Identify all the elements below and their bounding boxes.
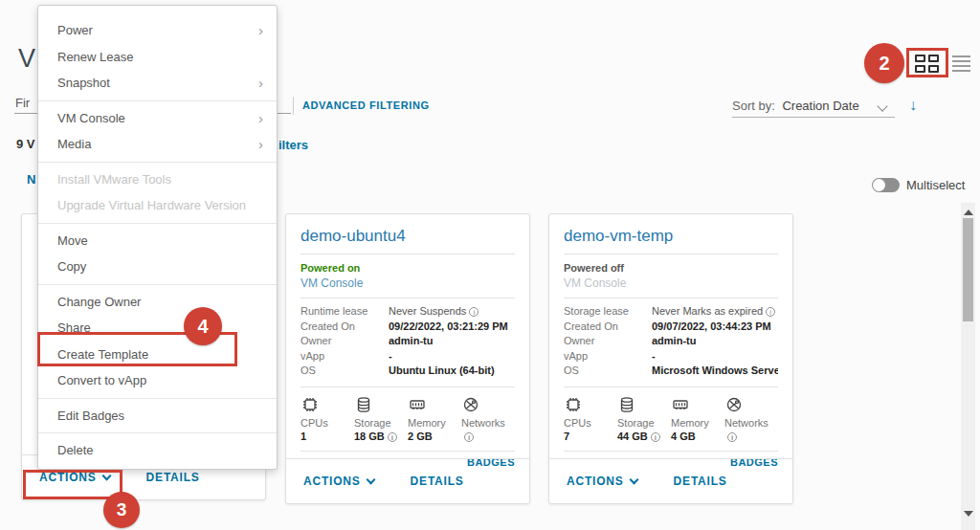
- resource-memory: Memory 4 GB: [671, 395, 724, 443]
- details-button[interactable]: DETAILS: [146, 471, 200, 484]
- multiselect-label: Multiselect: [906, 178, 965, 192]
- sort-by-dropdown[interactable]: Sort by: Creation Date: [732, 99, 924, 118]
- scrollbar-down-icon[interactable]: [964, 511, 973, 517]
- vm-count-text: 9 V: [16, 137, 35, 151]
- annotation-step-3: 3: [103, 492, 140, 528]
- networks-icon: [724, 395, 778, 415]
- scrollbar-thumb[interactable]: [963, 218, 973, 321]
- annotation-box-card-view: [906, 48, 948, 77]
- cpu-icon: [301, 395, 354, 415]
- cpu-icon: [564, 395, 617, 415]
- actions-button[interactable]: ACTIONS: [303, 475, 374, 488]
- menu-divider: [38, 432, 277, 433]
- menu-divider: [38, 162, 277, 163]
- annotation-step-4: 4: [184, 307, 222, 345]
- menu-item-media[interactable]: Media›: [38, 131, 277, 158]
- menu-divider: [38, 398, 277, 399]
- chevron-down-icon: [629, 475, 638, 485]
- find-input-underline: [14, 113, 37, 114]
- menu-item-upgrade-virtual-hardware-version: Upgrade Virtual Hardware Version: [38, 192, 277, 219]
- new-vm-button[interactable]: N: [27, 172, 35, 187]
- sort-direction-icon[interactable]: ↓: [909, 97, 917, 114]
- resource-networks: Networks i: [461, 395, 515, 443]
- menu-item-install-vmware-tools: Install VMware Tools: [38, 166, 277, 193]
- menu-item-edit-badges[interactable]: Edit Badges: [38, 403, 277, 430]
- sort-by-value[interactable]: Creation Date: [782, 99, 858, 113]
- submenu-chevron-icon: ›: [258, 131, 263, 158]
- scrollbar-up-icon[interactable]: [964, 210, 973, 215]
- storage-icon: [354, 395, 408, 415]
- actions-context-menu: Power› Renew Lease Snapshot› VM Console›…: [37, 5, 278, 470]
- sort-by-label: Sort by:: [732, 99, 775, 113]
- header-divider: [293, 97, 294, 115]
- details-button[interactable]: DETAILS: [411, 475, 464, 488]
- find-input-underline: [278, 113, 291, 114]
- menu-item-convert-to-vapp[interactable]: Convert to vApp: [38, 367, 277, 394]
- menu-item-power[interactable]: Power›: [38, 17, 277, 44]
- detail-row: vApp-: [564, 349, 778, 364]
- vm-name-link[interactable]: demo-ubuntu4: [286, 214, 529, 246]
- info-icon[interactable]: i: [727, 432, 737, 442]
- submenu-chevron-icon: ›: [258, 17, 263, 44]
- menu-item-renew-lease[interactable]: Renew Lease: [38, 44, 277, 71]
- resource-networks: Networks i: [724, 395, 778, 443]
- detail-row: Storage lease Never Marks as expiredi: [564, 304, 778, 320]
- resource-cpus: CPUs 1: [301, 395, 354, 443]
- detail-row: vApp-: [301, 349, 515, 364]
- multiselect-toggle[interactable]: [872, 178, 900, 192]
- detail-row: Owneradmin-tu: [301, 334, 515, 349]
- resource-cpus: CPUs 7: [564, 395, 617, 443]
- power-status: Powered off: [564, 262, 778, 274]
- detail-row: Runtime lease Never Suspendsi: [301, 304, 515, 320]
- detail-row: Created On09/07/2022, 03:44:23 PM: [564, 320, 778, 335]
- vm-console-link: VM Console: [564, 276, 778, 290]
- networks-icon: [461, 395, 515, 415]
- sort-dropdown-underline: [732, 117, 895, 118]
- detail-row: OSMicrosoft Windows Server 20...: [564, 364, 778, 379]
- vm-name-link[interactable]: demo-vm-temp: [549, 214, 792, 246]
- info-icon[interactable]: i: [388, 432, 397, 442]
- resource-storage: Storage 18 GBi: [354, 395, 408, 443]
- menu-item-change-owner[interactable]: Change Owner: [38, 289, 277, 316]
- details-button[interactable]: DETAILS: [674, 475, 727, 488]
- advanced-filtering-link[interactable]: ADVANCED FILTERING: [302, 99, 430, 111]
- menu-item-vm-console[interactable]: VM Console›: [38, 105, 277, 132]
- resource-storage: Storage 44 GBi: [617, 395, 671, 443]
- info-icon[interactable]: i: [766, 307, 775, 317]
- page-title: V: [18, 44, 35, 74]
- find-by-name-input[interactable]: Fir: [15, 96, 30, 110]
- info-icon[interactable]: i: [469, 307, 479, 317]
- menu-item-move[interactable]: Move: [38, 228, 277, 254]
- chevron-down-icon: [366, 475, 375, 485]
- memory-icon: [671, 395, 724, 415]
- power-status: Powered on: [301, 262, 515, 274]
- vm-card: demo-ubuntu4 Powered on VM Console Runti…: [285, 213, 530, 504]
- toggle-knob: [873, 179, 885, 191]
- info-icon[interactable]: i: [651, 432, 660, 442]
- vm-card: demo-vm-temp Powered off VM Console Stor…: [548, 213, 793, 504]
- actions-button[interactable]: ACTIONS: [567, 475, 637, 488]
- submenu-chevron-icon: ›: [258, 105, 263, 132]
- detail-row: Owneradmin-tu: [564, 334, 778, 349]
- vm-console-link[interactable]: VM Console: [301, 276, 515, 290]
- list-view-icon[interactable]: [952, 55, 970, 72]
- annotation-box-actions: [23, 470, 122, 499]
- detail-row: OSUbuntu Linux (64-bit): [301, 364, 515, 379]
- info-icon[interactable]: i: [464, 432, 474, 442]
- menu-divider: [38, 284, 277, 285]
- memory-icon: [408, 395, 461, 415]
- menu-divider: [38, 223, 277, 224]
- storage-icon: [617, 395, 671, 415]
- menu-item-snapshot[interactable]: Snapshot›: [38, 70, 277, 97]
- annotation-step-2: 2: [864, 43, 904, 83]
- detail-row: Created On09/22/2022, 03:21:29 PM: [301, 320, 515, 335]
- submenu-chevron-icon: ›: [258, 70, 263, 97]
- resource-memory: Memory 2 GB: [408, 395, 461, 443]
- menu-item-copy[interactable]: Copy: [38, 254, 277, 280]
- menu-item-delete[interactable]: Delete: [38, 437, 277, 464]
- menu-divider: [38, 100, 277, 101]
- clear-filters-link[interactable]: ilters: [278, 138, 308, 152]
